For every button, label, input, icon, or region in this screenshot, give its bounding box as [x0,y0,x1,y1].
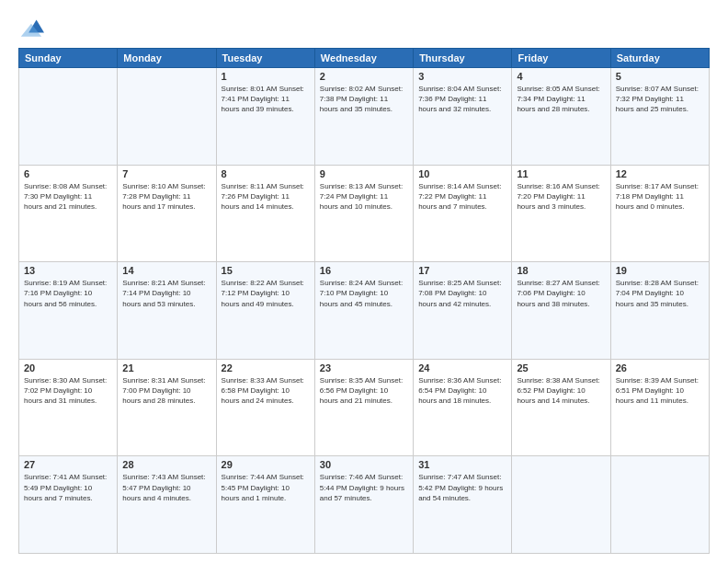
day-number: 10 [418,168,506,179]
header [18,15,710,40]
day-info: Sunrise: 8:11 AM Sunset: 7:26 PM Dayligh… [222,181,310,213]
day-number: 30 [320,459,408,470]
day-info: Sunrise: 8:38 AM Sunset: 6:52 PM Dayligh… [517,375,605,407]
day-info: Sunrise: 8:19 AM Sunset: 7:16 PM Dayligh… [24,278,112,309]
calendar-cell: 6Sunrise: 8:08 AM Sunset: 7:30 PM Daylig… [19,165,118,262]
day-info: Sunrise: 8:21 AM Sunset: 7:14 PM Dayligh… [122,278,210,309]
day-number: 17 [418,265,506,276]
day-number: 23 [320,362,408,373]
weekday-header-thursday: Thursday [414,49,512,68]
weekday-header-sunday: Sunday [19,49,118,68]
calendar-cell: 1Sunrise: 8:01 AM Sunset: 7:41 PM Daylig… [216,68,314,166]
day-number: 8 [222,168,310,179]
calendar-cell: 25Sunrise: 8:38 AM Sunset: 6:52 PM Dayli… [512,359,610,456]
calendar-header-row: SundayMondayTuesdayWednesdayThursdayFrid… [19,49,710,68]
calendar-cell [118,68,216,166]
day-info: Sunrise: 8:28 AM Sunset: 7:04 PM Dayligh… [616,278,704,309]
day-info: Sunrise: 8:24 AM Sunset: 7:10 PM Dayligh… [320,278,408,309]
calendar-week-2: 6Sunrise: 8:08 AM Sunset: 7:30 PM Daylig… [19,165,710,262]
calendar-week-3: 13Sunrise: 8:19 AM Sunset: 7:16 PM Dayli… [19,262,710,360]
calendar-cell: 29Sunrise: 7:44 AM Sunset: 5:45 PM Dayli… [216,456,314,554]
calendar-cell: 18Sunrise: 8:27 AM Sunset: 7:06 PM Dayli… [512,262,610,360]
day-number: 12 [616,168,704,179]
calendar-cell: 10Sunrise: 8:14 AM Sunset: 7:22 PM Dayli… [414,165,512,262]
day-number: 5 [616,71,704,82]
calendar-cell: 13Sunrise: 8:19 AM Sunset: 7:16 PM Dayli… [19,262,118,360]
day-number: 9 [320,168,408,179]
day-info: Sunrise: 8:31 AM Sunset: 7:00 PM Dayligh… [122,375,210,407]
calendar-cell: 7Sunrise: 8:10 AM Sunset: 7:28 PM Daylig… [118,165,216,262]
day-info: Sunrise: 8:35 AM Sunset: 6:56 PM Dayligh… [320,375,408,407]
day-info: Sunrise: 8:22 AM Sunset: 7:12 PM Dayligh… [222,278,310,309]
day-number: 14 [122,265,210,276]
calendar-cell: 2Sunrise: 8:02 AM Sunset: 7:38 PM Daylig… [314,68,413,166]
day-number: 6 [24,168,112,179]
day-number: 15 [222,265,310,276]
calendar-cell: 19Sunrise: 8:28 AM Sunset: 7:04 PM Dayli… [610,262,709,360]
day-info: Sunrise: 8:39 AM Sunset: 6:51 PM Dayligh… [616,375,704,407]
day-info: Sunrise: 8:25 AM Sunset: 7:08 PM Dayligh… [418,278,506,309]
day-info: Sunrise: 8:13 AM Sunset: 7:24 PM Dayligh… [320,181,408,213]
day-info: Sunrise: 8:30 AM Sunset: 7:02 PM Dayligh… [24,375,112,407]
day-info: Sunrise: 8:02 AM Sunset: 7:38 PM Dayligh… [320,84,408,115]
calendar-cell: 4Sunrise: 8:05 AM Sunset: 7:34 PM Daylig… [512,68,610,166]
calendar-cell: 24Sunrise: 8:36 AM Sunset: 6:54 PM Dayli… [414,359,512,456]
calendar-week-1: 1Sunrise: 8:01 AM Sunset: 7:41 PM Daylig… [19,68,710,166]
day-info: Sunrise: 7:44 AM Sunset: 5:45 PM Dayligh… [222,472,310,503]
calendar-cell: 26Sunrise: 8:39 AM Sunset: 6:51 PM Dayli… [610,359,709,456]
day-number: 16 [320,265,408,276]
day-number: 26 [616,362,704,373]
calendar-cell: 17Sunrise: 8:25 AM Sunset: 7:08 PM Dayli… [414,262,512,360]
day-number: 25 [517,362,605,373]
day-number: 4 [517,71,605,82]
day-number: 13 [24,265,112,276]
day-info: Sunrise: 8:36 AM Sunset: 6:54 PM Dayligh… [418,375,506,407]
calendar-cell: 5Sunrise: 8:07 AM Sunset: 7:32 PM Daylig… [610,68,709,166]
calendar-cell: 28Sunrise: 7:43 AM Sunset: 5:47 PM Dayli… [118,456,216,554]
calendar-cell: 23Sunrise: 8:35 AM Sunset: 6:56 PM Dayli… [314,359,413,456]
day-number: 7 [122,168,210,179]
calendar-cell: 30Sunrise: 7:46 AM Sunset: 5:44 PM Dayli… [314,456,413,554]
calendar-cell: 27Sunrise: 7:41 AM Sunset: 5:49 PM Dayli… [19,456,118,554]
calendar-cell: 9Sunrise: 8:13 AM Sunset: 7:24 PM Daylig… [314,165,413,262]
weekday-header-wednesday: Wednesday [314,49,413,68]
weekday-header-saturday: Saturday [610,49,709,68]
calendar-cell: 31Sunrise: 7:47 AM Sunset: 5:42 PM Dayli… [414,456,512,554]
day-info: Sunrise: 8:10 AM Sunset: 7:28 PM Dayligh… [122,181,210,213]
calendar-cell: 11Sunrise: 8:16 AM Sunset: 7:20 PM Dayli… [512,165,610,262]
day-info: Sunrise: 8:04 AM Sunset: 7:36 PM Dayligh… [418,84,506,115]
calendar-cell: 21Sunrise: 8:31 AM Sunset: 7:00 PM Dayli… [118,359,216,456]
day-number: 3 [418,71,506,82]
calendar-cell: 12Sunrise: 8:17 AM Sunset: 7:18 PM Dayli… [610,165,709,262]
calendar-cell: 20Sunrise: 8:30 AM Sunset: 7:02 PM Dayli… [19,359,118,456]
day-number: 28 [122,459,210,470]
day-number: 2 [320,71,408,82]
day-number: 29 [222,459,310,470]
day-info: Sunrise: 8:16 AM Sunset: 7:20 PM Dayligh… [517,181,605,213]
weekday-header-tuesday: Tuesday [216,49,314,68]
day-number: 24 [418,362,506,373]
day-number: 19 [616,265,704,276]
calendar-cell: 16Sunrise: 8:24 AM Sunset: 7:10 PM Dayli… [314,262,413,360]
day-number: 31 [418,459,506,470]
day-info: Sunrise: 8:01 AM Sunset: 7:41 PM Dayligh… [222,84,310,115]
day-info: Sunrise: 7:43 AM Sunset: 5:47 PM Dayligh… [122,472,210,503]
day-info: Sunrise: 8:14 AM Sunset: 7:22 PM Dayligh… [418,181,506,213]
day-number: 1 [222,71,310,82]
calendar-cell: 15Sunrise: 8:22 AM Sunset: 7:12 PM Dayli… [216,262,314,360]
day-info: Sunrise: 8:27 AM Sunset: 7:06 PM Dayligh… [517,278,605,309]
day-number: 11 [517,168,605,179]
page: SundayMondayTuesdayWednesdayThursdayFrid… [0,0,728,563]
day-info: Sunrise: 8:17 AM Sunset: 7:18 PM Dayligh… [616,181,704,213]
day-info: Sunrise: 7:47 AM Sunset: 5:42 PM Dayligh… [418,472,506,503]
day-info: Sunrise: 8:33 AM Sunset: 6:58 PM Dayligh… [222,375,310,407]
calendar-week-5: 27Sunrise: 7:41 AM Sunset: 5:49 PM Dayli… [19,456,710,554]
day-number: 18 [517,265,605,276]
day-info: Sunrise: 7:46 AM Sunset: 5:44 PM Dayligh… [320,472,408,503]
calendar-week-4: 20Sunrise: 8:30 AM Sunset: 7:02 PM Dayli… [19,359,710,456]
calendar-cell [19,68,118,166]
day-number: 22 [222,362,310,373]
calendar-cell: 14Sunrise: 8:21 AM Sunset: 7:14 PM Dayli… [118,262,216,360]
logo [18,15,50,40]
day-info: Sunrise: 8:07 AM Sunset: 7:32 PM Dayligh… [616,84,704,115]
